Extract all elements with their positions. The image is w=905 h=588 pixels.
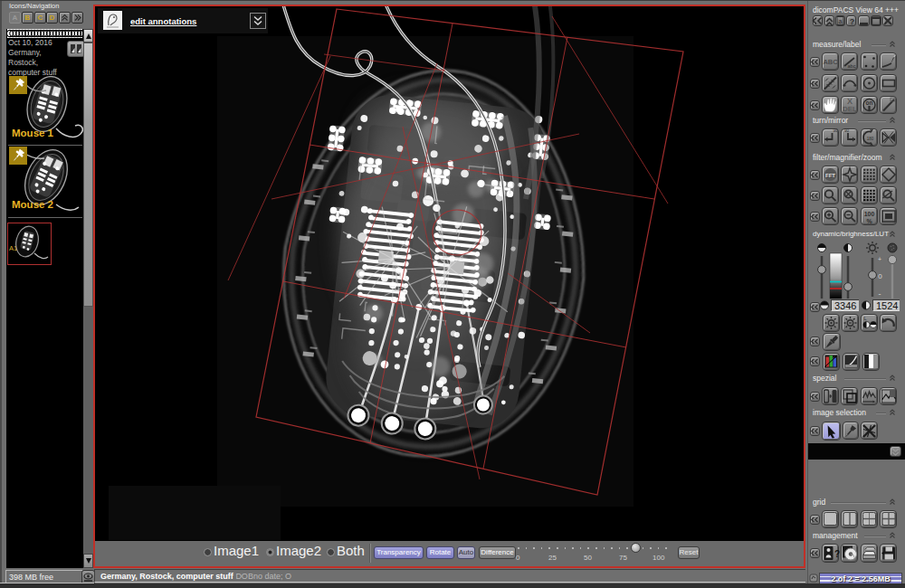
svg-text:L: L <box>864 316 867 321</box>
svg-text:ABC: ABC <box>823 58 838 66</box>
svg-text:DEL: DEL <box>843 105 857 113</box>
svg-text:on: on <box>866 100 873 106</box>
svg-text:0: 0 <box>878 272 882 280</box>
svg-text:90: 90 <box>834 128 839 133</box>
svg-text:-: - <box>879 289 881 299</box>
svg-text:a: a <box>839 18 843 24</box>
svg-text:+: + <box>878 256 881 262</box>
svg-text:abc: abc <box>848 63 856 69</box>
svg-text:180: 180 <box>867 137 874 141</box>
svg-text:90: 90 <box>844 128 850 133</box>
svg-text:100: 100 <box>864 211 875 217</box>
svg-text:FFT: FFT <box>825 173 835 178</box>
svg-text:?: ? <box>850 17 855 26</box>
svg-text:?: ? <box>834 549 840 559</box>
svg-text:%: % <box>866 218 872 224</box>
